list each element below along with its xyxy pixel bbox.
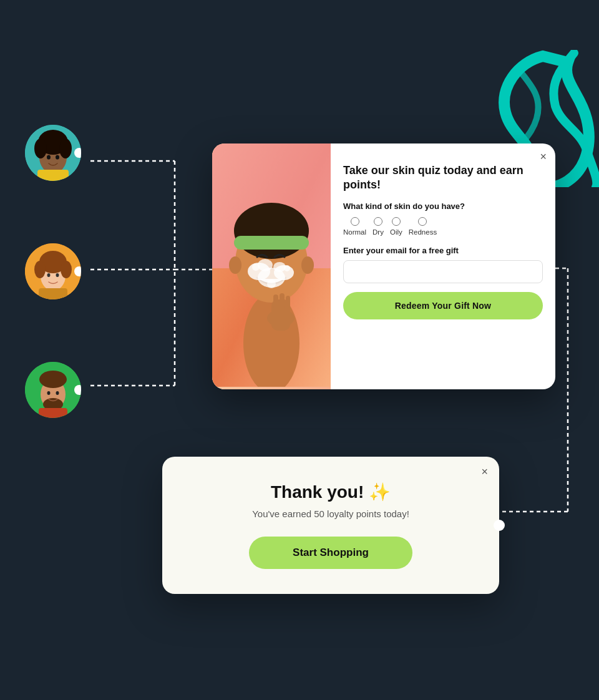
- skin-label-dry: Dry: [373, 228, 384, 236]
- svg-point-21: [47, 391, 51, 395]
- svg-point-12: [61, 261, 72, 278]
- thankyou-close-button[interactable]: ×: [481, 465, 488, 479]
- thankyou-modal: × Thank you! ✨ You've earned 50 loyalty …: [162, 457, 499, 594]
- avatar-1: [25, 125, 81, 181]
- svg-point-38: [229, 256, 241, 274]
- quiz-question: What kind of skin do you have?: [343, 202, 543, 211]
- quiz-close-button[interactable]: ×: [540, 151, 547, 162]
- skin-option-normal[interactable]: Normal: [343, 217, 366, 236]
- quiz-modal-image: [212, 143, 331, 389]
- quiz-modal: × Take our skin quiz today and earn poin…: [212, 143, 555, 389]
- svg-point-36: [234, 203, 309, 259]
- svg-point-45: [273, 262, 286, 272]
- skin-option-oily[interactable]: Oily: [390, 217, 402, 236]
- svg-point-18: [39, 371, 67, 388]
- svg-point-4: [59, 139, 72, 158]
- avatar-2: [25, 243, 81, 299]
- svg-rect-37: [234, 236, 309, 250]
- avatar-group: [25, 125, 81, 418]
- avatar-2-dot: [74, 266, 81, 276]
- svg-point-3: [34, 139, 47, 158]
- avatar-1-dot: [74, 148, 81, 158]
- skin-radio-oily[interactable]: [392, 217, 401, 226]
- skin-option-redness[interactable]: Redness: [409, 217, 437, 236]
- svg-point-44: [258, 259, 273, 271]
- thankyou-title: Thank you! ✨: [187, 482, 474, 502]
- svg-rect-52: [280, 293, 285, 308]
- email-label: Enter your email for a free gift: [343, 246, 543, 255]
- start-shopping-button[interactable]: Start Shopping: [249, 537, 412, 569]
- skin-radio-normal[interactable]: [351, 217, 359, 226]
- svg-point-11: [34, 261, 46, 278]
- svg-point-46: [252, 263, 260, 271]
- svg-rect-51: [273, 294, 278, 308]
- svg-point-15: [56, 273, 59, 277]
- svg-point-22: [56, 391, 59, 395]
- thankyou-connector-dot: [494, 520, 505, 531]
- svg-point-48: [267, 280, 276, 288]
- skin-radio-redness[interactable]: [418, 217, 427, 226]
- quiz-title: Take our skin quiz today and earn points…: [343, 163, 543, 193]
- skin-label-redness: Redness: [409, 228, 437, 236]
- svg-rect-20: [39, 408, 67, 418]
- svg-point-14: [47, 273, 51, 277]
- thankyou-subtitle: You've earned 50 loyalty points today!: [187, 508, 474, 519]
- skin-options: Normal Dry Oily Redness: [343, 217, 543, 236]
- avatar-3-dot: [74, 385, 81, 395]
- skin-radio-dry[interactable]: [374, 217, 382, 226]
- svg-point-39: [301, 256, 314, 274]
- svg-point-47: [284, 265, 290, 271]
- svg-rect-53: [286, 296, 290, 308]
- svg-rect-13: [39, 288, 67, 299]
- svg-rect-5: [37, 170, 69, 181]
- svg-point-7: [56, 155, 59, 160]
- quiz-modal-content: × Take our skin quiz today and earn poin…: [331, 143, 555, 389]
- skin-label-oily: Oily: [390, 228, 402, 236]
- redeem-button[interactable]: Redeem Your Gift Now: [343, 292, 543, 319]
- email-input[interactable]: [343, 260, 543, 283]
- skin-option-dry[interactable]: Dry: [373, 217, 384, 236]
- skin-label-normal: Normal: [343, 228, 366, 236]
- avatar-3: [25, 362, 81, 418]
- svg-point-6: [47, 155, 51, 160]
